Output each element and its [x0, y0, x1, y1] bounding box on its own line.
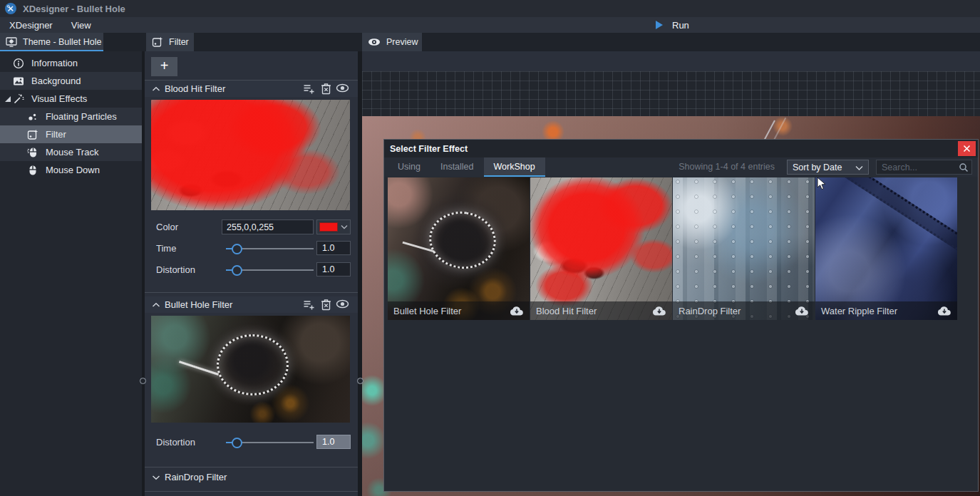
- distortion-slider[interactable]: [226, 262, 314, 278]
- distortion-slider-2[interactable]: [226, 435, 314, 450]
- slider-thumb[interactable]: [232, 438, 242, 448]
- section-header-raindrop-filter[interactable]: RainDrop Filter: [145, 469, 358, 485]
- play-icon: [656, 21, 663, 29]
- tab-theme-bullet-hole[interactable]: Theme - Bullet Hole: [0, 33, 103, 51]
- sidebar-item-label: Information: [31, 58, 78, 68]
- search-input[interactable]: [877, 160, 959, 174]
- cloud-download-icon[interactable]: [937, 306, 951, 316]
- sidebar-item-mouse-down[interactable]: Mouse Down: [0, 161, 142, 179]
- workshop-item-raindrop-filter[interactable]: RainDrop Filter: [673, 177, 815, 320]
- dialog-close-button[interactable]: [958, 141, 976, 156]
- chevron-up-icon[interactable]: [152, 302, 160, 308]
- mouse-cursor: [817, 177, 826, 190]
- sidebar-item-floating-particles[interactable]: Floating Particles: [0, 108, 142, 125]
- sidebar-item-label: Visual Effects: [31, 93, 87, 104]
- property-row-color: Color: [145, 219, 358, 235]
- dialog-toolbar: Using Installed WorkShop Showing 1-4 of …: [384, 157, 978, 177]
- preview-eye-icon: [368, 37, 381, 47]
- expander-triangle-icon[interactable]: [5, 96, 11, 102]
- workshop-item-caption: Water Ripple Filter: [815, 301, 957, 320]
- filter-tab-icon: [152, 36, 163, 48]
- run-label: Run: [672, 20, 689, 31]
- workshop-item-water-ripple-filter[interactable]: Water Ripple Filter: [815, 177, 957, 320]
- cloud-download-icon[interactable]: [510, 306, 524, 316]
- tab-installed[interactable]: Installed: [430, 157, 484, 177]
- workshop-item-caption: Blood Hit Filter: [530, 301, 672, 320]
- delete-icon[interactable]: [321, 83, 331, 95]
- workshop-item-name: Bullet Hole Filter: [393, 306, 461, 316]
- cloud-download-icon[interactable]: [795, 306, 809, 316]
- particles-icon: [27, 111, 38, 123]
- add-filter-button[interactable]: +: [151, 57, 177, 76]
- section-title: Blood Hit Filter: [165, 83, 225, 94]
- menu-xdesigner[interactable]: XDesigner: [0, 20, 62, 31]
- sidebar-item-label: Background: [31, 76, 81, 86]
- property-label: Time: [156, 243, 176, 254]
- delete-icon[interactable]: [321, 299, 331, 311]
- tab-workshop-label: WorkShop: [494, 162, 535, 172]
- search-icon[interactable]: [959, 162, 969, 172]
- workshop-item-blood-hit-filter[interactable]: Blood Hit Filter: [530, 177, 672, 320]
- image-icon: [13, 76, 24, 87]
- add-to-list-icon[interactable]: [303, 83, 315, 95]
- section-title: Bullet Hole Filter: [165, 299, 232, 310]
- distortion-value-input[interactable]: [316, 262, 351, 277]
- close-icon: [963, 145, 971, 153]
- chevron-down-icon: [341, 224, 348, 229]
- workshop-item-name: Water Ripple Filter: [821, 306, 897, 316]
- window-title: XDesigner - Bullet Hole: [23, 4, 125, 14]
- sidebar-item-background[interactable]: Background: [0, 72, 142, 90]
- filter-panel: + Blood Hit Filter Color: [145, 51, 358, 496]
- sidebar-item-label: Floating Particles: [46, 111, 117, 122]
- cloud-download-icon[interactable]: [652, 306, 666, 316]
- dialog-title-bar[interactable]: Select Filter Effect: [384, 140, 978, 157]
- tab-filter-label: Filter: [169, 37, 189, 47]
- slider-thumb[interactable]: [232, 244, 242, 254]
- time-slider[interactable]: [226, 241, 314, 257]
- select-filter-effect-dialog: Select Filter Effect Using Installed Wor…: [383, 139, 979, 492]
- theme-tree-sidebar: Information Background Visual Effects Fl…: [0, 51, 142, 496]
- menu-bar: XDesigner View Run: [0, 17, 980, 33]
- section-header-bullet-hole-filter[interactable]: Bullet Hole Filter: [145, 296, 358, 313]
- chevron-down-icon: [855, 165, 863, 171]
- app-window: { "window": { "title": "XDesigner - Bull…: [0, 0, 980, 496]
- section-header-blood-hit-filter[interactable]: Blood Hit Filter: [145, 81, 358, 97]
- splitter-handle-right[interactable]: [357, 378, 363, 384]
- workshop-item-name: Blood Hit Filter: [536, 306, 597, 316]
- tab-filter[interactable]: Filter: [146, 33, 194, 51]
- preview-grid-band: [362, 71, 980, 116]
- visibility-icon[interactable]: [336, 83, 349, 93]
- add-to-list-icon[interactable]: [303, 299, 315, 311]
- tab-using[interactable]: Using: [388, 157, 430, 177]
- dialog-title: Select Filter Effect: [390, 144, 468, 154]
- distortion-value-input-2[interactable]: [316, 435, 351, 449]
- sidebar-item-information[interactable]: Information: [0, 54, 142, 72]
- run-button[interactable]: Run: [656, 17, 689, 33]
- workshop-items-grid: Bullet Hole Filter Blood Hit Filter: [388, 177, 957, 320]
- sort-by-value: Sort by Date: [793, 162, 842, 172]
- tab-row: Theme - Bullet Hole Filter Preview: [0, 33, 980, 51]
- sidebar-item-filter[interactable]: Filter: [0, 125, 142, 143]
- color-swatch-dropdown[interactable]: [316, 219, 351, 234]
- chevron-down-icon[interactable]: [152, 475, 160, 480]
- color-value-input[interactable]: [222, 219, 314, 234]
- property-row-distortion: Distortion: [145, 262, 358, 278]
- workshop-item-caption: Bullet Hole Filter: [388, 301, 530, 320]
- sidebar-item-visual-effects[interactable]: Visual Effects: [0, 90, 142, 108]
- menu-view[interactable]: View: [62, 20, 100, 31]
- property-label: Color: [156, 222, 178, 232]
- workshop-item-bullet-hole-filter[interactable]: Bullet Hole Filter: [388, 177, 530, 320]
- splitter-handle-left[interactable]: [140, 378, 146, 384]
- sort-by-dropdown[interactable]: Sort by Date: [787, 160, 869, 175]
- time-value-input[interactable]: [316, 241, 351, 255]
- tab-workshop[interactable]: WorkShop: [484, 157, 545, 177]
- sidebar-item-mouse-track[interactable]: Mouse Track: [0, 143, 142, 161]
- results-count-text: Showing 1-4 of 4 entries: [679, 157, 775, 177]
- chevron-up-icon[interactable]: [152, 86, 160, 92]
- slider-thumb[interactable]: [232, 265, 242, 276]
- filter-item-icon: [27, 129, 38, 140]
- tab-preview-label: Preview: [386, 37, 418, 47]
- visibility-icon[interactable]: [336, 299, 349, 309]
- magic-wand-icon: [13, 93, 24, 105]
- tab-preview[interactable]: Preview: [362, 33, 422, 51]
